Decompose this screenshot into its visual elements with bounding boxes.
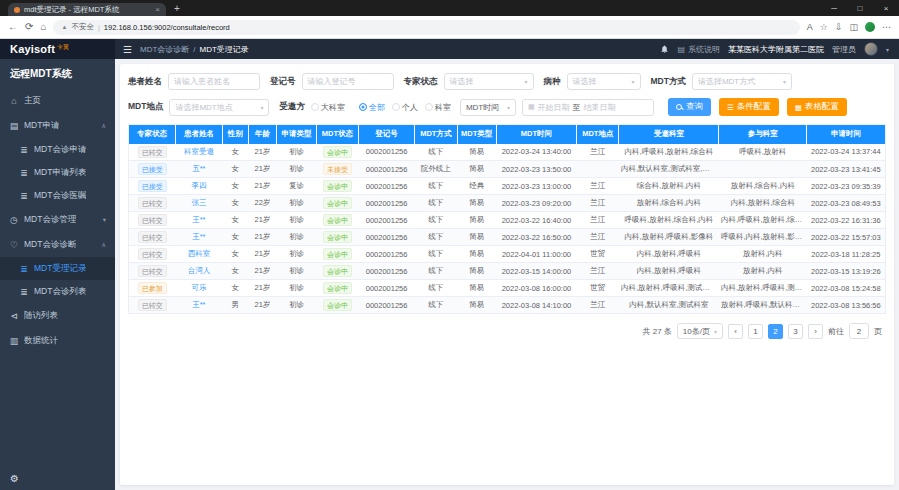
goto-suffix: 页 (874, 326, 882, 337)
table-header-cell-expert_status: 专家状态 (129, 125, 176, 144)
status-tag: 已接受 (138, 180, 167, 192)
patient-link[interactable]: 王** (192, 215, 205, 224)
minimize-button[interactable]: ─ (821, 4, 847, 13)
patient-link[interactable]: 西科室 (188, 249, 211, 258)
cell-reg_no: 0002001256 (359, 161, 415, 178)
reg-no-input[interactable]: 请输入登记号 (302, 73, 394, 90)
patient-link[interactable]: 科室受邀 (184, 147, 214, 156)
radio-label: 全部 (369, 102, 385, 113)
page-button-1[interactable]: 1 (748, 324, 763, 339)
extensions-icon[interactable]: ◫ (849, 23, 858, 32)
patient-link[interactable]: 五** (192, 164, 205, 173)
sidebar-item-follow-up[interactable]: ⊲随访列表 (0, 303, 115, 328)
condition-config-label: 条件配置 (737, 101, 771, 113)
cell-name: 李四 (175, 178, 222, 195)
breadcrumb-current: MDT受理记录 (200, 44, 249, 55)
cell-mdt_type: 简易 (457, 212, 496, 229)
table-row[interactable]: 已接受李四女21岁复诊会诊中0002001256线下经典2022-03-23 1… (129, 178, 886, 195)
download-icon[interactable]: ⇩ (835, 23, 843, 32)
radio-big-department[interactable]: 大科室 (311, 102, 345, 113)
sidebar-item-label: 数据统计 (24, 335, 58, 347)
browser-menu-icon[interactable]: ⋯ (882, 23, 891, 32)
cell-age: 22岁 (248, 195, 277, 212)
chevron-down-icon[interactable]: ▾ (886, 46, 889, 53)
page-button-2[interactable]: 2 (768, 324, 783, 339)
patient-link[interactable]: 王** (192, 300, 205, 309)
patient-name-input[interactable]: 请输入患者姓名 (168, 73, 260, 90)
pagination: 共 27 条 10条/页 ▾ ‹ 1 2 3 › 前往 2 页 (128, 323, 886, 339)
cell-reg_no: 0002001256 (359, 246, 415, 263)
patient-link[interactable]: 王** (192, 232, 205, 241)
browser-tab[interactable]: mdt受理记录 - 远程MDT系统 × (8, 3, 166, 16)
goto-page-input[interactable]: 2 (849, 323, 869, 339)
sidebar-item-mdt-manage[interactable]: ◷MDT会诊管理▾ (0, 207, 115, 232)
search-button[interactable]: 查询 (668, 98, 711, 116)
table-header-cell-mdt_type: MDT类型 (457, 125, 496, 144)
table-row[interactable]: 已转交王**女21岁初诊会诊中0002001256线下简易2022-03-22 … (129, 212, 886, 229)
mdt-mode-select[interactable]: 请选择MDT方式 ▾ (692, 73, 792, 90)
patient-link[interactable]: 李四 (191, 181, 206, 190)
sidebar-subitem[interactable]: ≣MDT申请列表 (0, 161, 115, 184)
sidebar-item-mdt-diagnose[interactable]: ♡MDT会诊诊断∧ (0, 232, 115, 257)
table-row[interactable]: 已转交王**女21岁初诊会诊中0002001256线下简易2022-03-22 … (129, 229, 886, 246)
close-button[interactable]: × (873, 4, 899, 13)
condition-config-button[interactable]: ☰ 条件配置 (719, 98, 779, 116)
breadcrumb-parent[interactable]: MDT会诊诊断 (140, 44, 189, 55)
next-page-button[interactable]: › (808, 324, 823, 339)
sidebar-item-home[interactable]: ⌂主页 (0, 88, 115, 113)
address-bar[interactable]: ▲ 不安全 | 192.168.0.156:9002/consultale/re… (53, 20, 799, 35)
table-row[interactable]: 已参加可乐女21岁初诊会诊中0002001256线下简易2022-03-08 1… (129, 280, 886, 297)
sidebar-item-statistics[interactable]: ▥数据统计 (0, 328, 115, 353)
translate-icon[interactable]: A (807, 23, 813, 32)
radio-all[interactable]: 全部 (359, 102, 385, 113)
sidebar-subitem[interactable]: ≣MDT会诊申请 (0, 138, 115, 161)
sidebar-subitem[interactable]: ≣MDT受理记录 (0, 257, 115, 280)
home-icon[interactable]: ⌂ (40, 22, 46, 32)
radio-personal[interactable]: 个人 (392, 102, 418, 113)
page-size-select[interactable]: 10条/页 ▾ (677, 323, 723, 339)
table-row[interactable]: 已接受五**女21岁初诊未接受0002001256院外线上简易2022-03-2… (129, 161, 886, 178)
new-tab-button[interactable]: + (174, 3, 180, 14)
cell-mdt_time: 2022-04-01 11:00:00 (496, 246, 576, 263)
sidebar-subitem[interactable]: ≣MDT会诊列表 (0, 280, 115, 303)
table-row[interactable]: 已转交张三女22岁初诊会诊中0002001256线下简易2022-03-23 0… (129, 195, 886, 212)
back-icon[interactable]: ← (8, 22, 18, 32)
patient-link[interactable]: 可乐 (191, 283, 206, 292)
status-tag: 会诊中 (323, 265, 352, 277)
cell-apply_type: 初诊 (277, 246, 316, 263)
system-doc-item[interactable]: ▤ 系统说明 (677, 44, 720, 55)
tab-favicon-icon (14, 7, 20, 13)
refresh-icon[interactable]: ⟳ (25, 22, 33, 32)
table-row[interactable]: 已转交王**男21岁初诊会诊中0002001256线下简易2022-03-08 … (129, 297, 886, 314)
patient-link[interactable]: 台湾人 (188, 266, 211, 275)
user-avatar[interactable] (864, 42, 878, 56)
sidebar-item-mdt-apply[interactable]: ▤MDT申请∧ (0, 113, 115, 138)
table-row[interactable]: 已转交台湾人女21岁初诊会诊中0002001256线下简易2022-03-15 … (129, 263, 886, 280)
hamburger-icon[interactable]: ☰ (123, 44, 132, 55)
table-config-button[interactable]: ▦ 表格配置 (787, 98, 847, 116)
table-row[interactable]: 已转交西科室女21岁初诊会诊中0002001256线下简易2022-04-01 … (129, 246, 886, 263)
sidebar-subitem[interactable]: ≣MDT会诊医嘱 (0, 184, 115, 207)
cell-apply_type: 初诊 (277, 229, 316, 246)
browser-profile-avatar[interactable] (865, 22, 875, 32)
sidebar-item-label: MDT申请 (24, 120, 59, 132)
favorite-icon[interactable]: ☆ (820, 23, 828, 32)
bell-icon[interactable] (660, 44, 669, 54)
patient-link[interactable]: 张三 (191, 198, 206, 207)
settings-gear-icon[interactable]: ⚙ (10, 473, 19, 484)
expert-status-select[interactable]: 请选择 ▾ (444, 73, 534, 90)
maximize-button[interactable]: □ (847, 4, 873, 13)
cell-reg_no: 0002001256 (359, 195, 415, 212)
disease-select[interactable]: 请选择 ▾ (567, 73, 641, 90)
cell-expert_status: 已转交 (129, 229, 176, 246)
radio-department[interactable]: 科室 (425, 102, 451, 113)
time-type-select[interactable]: MDT时间 ▾ (460, 99, 516, 116)
cell-name: 台湾人 (175, 263, 222, 280)
mdt-place-select[interactable]: 请选择MDT地点 ▾ (169, 99, 269, 116)
prev-page-button[interactable]: ‹ (728, 324, 743, 339)
page-button-3[interactable]: 3 (788, 324, 803, 339)
date-range-picker[interactable]: ▦ 开始日期 至 结束日期 (522, 99, 654, 116)
table-row[interactable]: 已转交科室受邀女21岁初诊会诊中0002001256线下简易2022-03-24… (129, 144, 886, 161)
tab-close-icon[interactable]: × (155, 5, 160, 14)
cell-mdt_place: 兰江 (577, 195, 619, 212)
